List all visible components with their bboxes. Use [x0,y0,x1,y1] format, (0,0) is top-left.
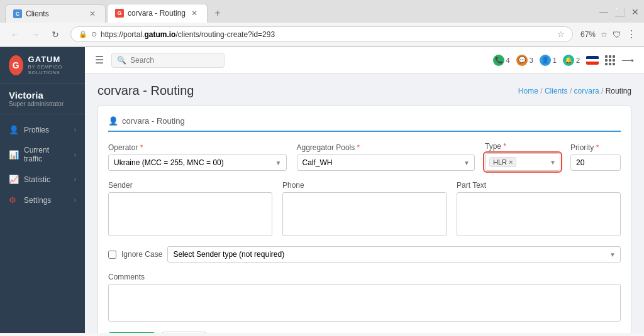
tab-label-clients: Clients [26,9,49,18]
statistic-arrow-icon: › [74,176,76,183]
ignore-case-checkbox[interactable] [108,251,116,259]
type-tag-hlr[interactable]: HLR × [489,157,516,167]
phone-group: Phone [282,181,447,236]
sidebar: G GATUM BY SEMPICO SOLUTIONS Victoria Su… [0,47,85,333]
aggregator-required: * [357,143,360,152]
settings-icon: ⚙ [9,195,19,205]
breadcrumb-corvara[interactable]: corvara [574,87,599,95]
cancel-button[interactable]: Cancel [162,332,206,333]
sidebar-item-settings[interactable]: ⚙ Settings › [0,190,85,210]
tab-favicon-clients: C [13,9,22,18]
search-icon: 🔍 [117,56,126,65]
address-bar-icon2: ⊙ [91,30,97,38]
type-label: Type * [485,142,560,151]
back-button[interactable]: ← [8,27,23,42]
ignore-case-label[interactable]: Ignore Case [121,250,162,259]
sidebar-item-label-settings: Settings [24,196,51,205]
sidebar-item-label-statistic: Statistic [24,175,50,184]
new-tab-button[interactable]: + [209,4,226,22]
sidebar-nav: 👤 Profiles › 📊 Current traffic › 📈 Stati… [0,114,85,333]
shield-icon[interactable]: 🛡 [613,30,621,40]
search-bar[interactable]: 🔍 [111,53,225,68]
user-badge-count: 1 [553,57,557,64]
search-input[interactable] [130,56,218,65]
priority-label: Priority * [570,143,621,152]
zoom-level: 67% [580,30,596,39]
form-row-1: Operator * Ukraine (MCC = 255, MNC = 00)… [108,142,621,171]
part-text-textarea[interactable] [457,192,621,236]
type-required: * [503,142,506,151]
aggregator-select[interactable]: Calf_WH [297,154,475,171]
tab-label-routing: corvara - Routing [128,9,186,18]
part-text-label: Part Text [457,181,621,190]
priority-required: * [596,143,599,152]
forward-button[interactable]: → [28,27,43,42]
sidebar-logo: G GATUM BY SEMPICO SOLUTIONS [0,47,85,84]
message-badge[interactable]: 💬 3 [516,55,533,66]
operator-label: Operator * [108,143,287,152]
tab-routing[interactable]: G corvara - Routing ✕ [107,4,208,23]
breadcrumb-home[interactable]: Home [518,87,538,95]
create-button[interactable]: Create [108,332,155,333]
sender-label: Sender [108,181,272,190]
tab-close-routing[interactable]: ✕ [189,8,199,18]
form-row-2: Sender Phone Part Text [108,181,621,236]
star-icon[interactable]: ☆ [557,30,565,39]
sender-type-select[interactable]: Select Sender type (not required) [167,246,621,263]
comments-row: Comments [108,273,621,322]
tab-clients[interactable]: C Clients ✕ [5,4,106,23]
hamburger-menu-button[interactable]: ☰ [95,54,104,66]
sender-type-wrapper: Select Sender type (not required) ▼ [167,246,621,263]
type-tag-label: HLR [493,158,507,166]
comments-textarea[interactable] [108,284,621,322]
type-input-wrapper[interactable]: HLR × ▼ [485,153,560,171]
aggregator-select-wrapper: Calf_WH ▼ [297,154,475,171]
phone-label: Phone [282,181,447,190]
url-display: https://portal.gatum.io/clients/routing-… [101,30,553,39]
operator-select[interactable]: Ukraine (MCC = 255, MNC = 00) [108,154,287,171]
minimize-browser-btn[interactable]: — [599,7,608,17]
logo-sub: BY SEMPICO SOLUTIONS [28,64,76,75]
card-header-label: corvara - Routing [122,116,185,126]
profiles-icon: 👤 [9,125,19,134]
sidebar-item-current-traffic[interactable]: 📊 Current traffic › [0,140,85,169]
logo-name: GATUM [28,55,76,64]
comments-label: Comments [108,273,621,281]
sidebar-item-label-current-traffic: Current traffic [24,146,69,163]
nav-controls: ← → ↻ [8,27,63,42]
sidebar-item-label-profiles: Profiles [24,126,49,134]
logout-icon[interactable]: ⟶ [621,55,634,65]
notification-badge[interactable]: 🔔 2 [563,55,580,66]
sidebar-item-statistic[interactable]: 📈 Statistic › [0,169,85,190]
breadcrumb-routing: Routing [606,87,631,95]
notification-badge-count: 2 [576,57,580,64]
phone-badge[interactable]: 📞 4 [493,55,510,66]
tab-close-clients[interactable]: ✕ [87,9,97,19]
breadcrumb-clients[interactable]: Clients [545,87,568,95]
phone-textarea[interactable] [282,192,447,236]
bookmark-icon[interactable]: ☆ [601,30,608,39]
grid-menu-icon[interactable] [605,55,615,65]
menu-icon[interactable]: ⋮ [626,28,636,40]
tab-bar: C Clients ✕ G corvara - Routing ✕ + — ⬜ … [0,0,644,23]
priority-input[interactable] [570,154,621,171]
reload-button[interactable]: ↻ [48,27,63,42]
sidebar-item-profiles[interactable]: 👤 Profiles › [0,119,85,140]
sender-textarea[interactable] [108,192,272,236]
language-flag-icon[interactable] [586,56,599,65]
phone-badge-count: 4 [506,57,510,64]
form-actions: Create Cancel [108,332,621,333]
logo-icon: G [9,55,23,75]
ignore-case-row: Ignore Case Select Sender type (not requ… [108,246,621,263]
restore-browser-btn[interactable]: ⬜ [614,7,625,17]
message-badge-count: 3 [530,57,533,64]
settings-arrow-icon: › [74,197,76,203]
address-bar[interactable]: 🔒 ⊙ https://portal.gatum.io/clients/rout… [70,26,573,42]
type-tag-remove-icon[interactable]: × [509,158,513,166]
operator-required: * [140,143,143,152]
type-dropdown-arrow-icon[interactable]: ▼ [550,159,556,166]
sidebar-user: Victoria Super administrator [0,84,85,114]
page-header-row: corvara - Routing Home / Clients / corva… [97,84,631,98]
user-badge[interactable]: 👤 1 [540,55,557,66]
close-browser-btn[interactable]: ✕ [631,7,639,17]
